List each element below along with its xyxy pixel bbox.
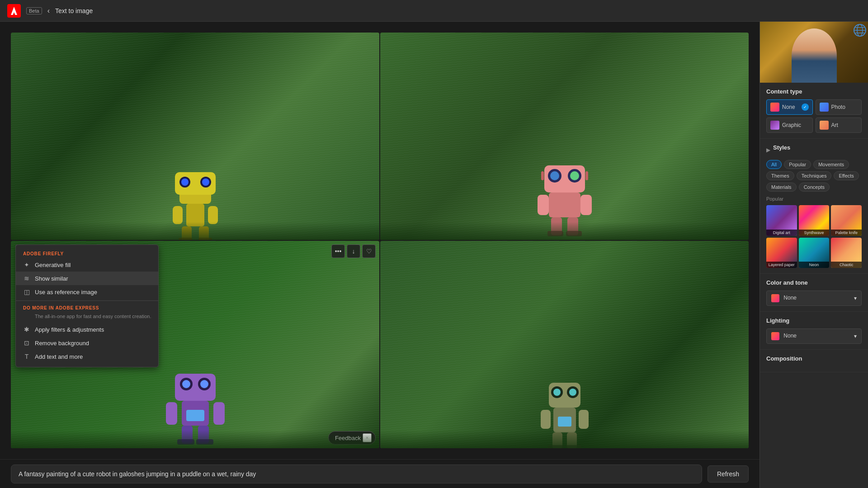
style-digital-art[interactable]: Digital art	[766, 205, 797, 236]
style-digital-art-label: Digital art	[766, 230, 797, 236]
check-badge: ✓	[802, 103, 809, 111]
adobe-logo	[7, 4, 21, 18]
content-type-title: Content type	[766, 88, 862, 95]
prompt-bar: Refresh	[0, 459, 760, 488]
svg-rect-9	[208, 206, 218, 224]
styles-header: ▶ Styles	[766, 144, 862, 155]
webcam-person	[792, 28, 837, 83]
color-tone-select[interactable]: None ▾	[766, 291, 862, 306]
svg-rect-23	[580, 195, 592, 215]
more-options-button[interactable]: •••	[331, 244, 345, 258]
lighting-icon	[771, 332, 779, 340]
svg-rect-49	[579, 410, 589, 429]
content-type-none[interactable]: None ✓	[766, 99, 813, 115]
svg-point-18	[570, 171, 579, 180]
content-type-photo-label: Photo	[831, 104, 845, 110]
photo-icon	[820, 103, 829, 112]
svg-point-32	[200, 380, 208, 388]
svg-rect-47	[558, 417, 571, 427]
use-reference-label: Use as reference image	[35, 289, 97, 296]
style-chaotic[interactable]: Chaotic	[831, 238, 862, 268]
main-layout: Edit ▾ ••• ↓ ♡ ADOBE FIREFLY ✦ Generativ…	[0, 22, 868, 488]
content-type-art-label: Art	[831, 122, 838, 128]
color-tone-section: Color and tone None ▾	[760, 274, 868, 312]
graphic-icon	[770, 121, 779, 130]
svg-point-43	[553, 389, 561, 396]
style-tag-themes[interactable]: Themes	[766, 171, 794, 180]
style-tag-movements[interactable]: Movements	[813, 160, 849, 169]
style-layered-paper[interactable]: Layered paper	[766, 238, 797, 268]
apply-filters-item[interactable]: ✱ Apply filters & adjustments	[16, 323, 158, 336]
style-palette-knife-label: Palette knife	[831, 230, 862, 236]
svg-point-4	[181, 178, 189, 186]
content-type-photo[interactable]: Photo	[816, 99, 862, 115]
composition-title: Composition	[766, 355, 862, 362]
svg-point-30	[182, 380, 190, 388]
popular-subsection-label: Popular	[766, 196, 862, 202]
svg-point-6	[202, 178, 209, 186]
refresh-button[interactable]: Refresh	[708, 465, 749, 483]
image-cell-2[interactable]	[380, 33, 749, 240]
generative-fill-item[interactable]: ✦ Generative fill	[16, 258, 158, 272]
content-type-art[interactable]: Art	[816, 117, 862, 133]
image-action-buttons: ••• ↓ ♡	[331, 244, 376, 258]
color-tone-value: None	[783, 295, 797, 301]
image-cell-3[interactable]: Edit ▾ ••• ↓ ♡ ADOBE FIREFLY ✦ Generativ…	[11, 241, 379, 448]
remove-bg-icon: ⊡	[23, 339, 30, 347]
image-cell-4[interactable]	[380, 241, 749, 448]
svg-rect-48	[541, 410, 551, 429]
style-synthwave[interactable]: Synthwave	[799, 205, 830, 236]
remove-bg-item[interactable]: ⊡ Remove background	[16, 336, 158, 350]
content-type-graphic-label: Graphic	[782, 122, 801, 128]
top-bar: Beta ‹ Text to image	[0, 0, 868, 22]
image-area: Edit ▾ ••• ↓ ♡ ADOBE FIREFLY ✦ Generativ…	[0, 22, 760, 488]
do-more-desc: The all-in-one app for fast and easy con…	[16, 312, 158, 323]
style-palette-knife[interactable]: Palette knife	[831, 205, 862, 236]
lighting-section: Lighting None ▾	[760, 312, 868, 350]
lighting-chevron-icon: ▾	[854, 333, 857, 339]
back-button[interactable]: ‹	[47, 7, 50, 15]
image-cell-1[interactable]	[11, 33, 379, 240]
art-icon	[820, 121, 829, 130]
remove-bg-label: Remove background	[35, 340, 89, 347]
style-tag-effects[interactable]: Effects	[834, 171, 859, 180]
style-neon-label: Neon	[799, 262, 830, 268]
color-tone-icon	[771, 294, 779, 302]
add-text-item[interactable]: T Add text and more	[16, 350, 158, 363]
style-tag-popular[interactable]: Popular	[784, 160, 811, 169]
svg-point-16	[550, 171, 559, 180]
download-button[interactable]: ↓	[347, 244, 360, 258]
generative-fill-icon: ✦	[23, 261, 30, 268]
composition-section: Composition	[760, 350, 868, 372]
color-tone-chevron-icon: ▾	[854, 295, 857, 301]
styles-expand-icon: ▶	[766, 147, 770, 153]
context-menu: ADOBE FIREFLY ✦ Generative fill ≋ Show s…	[15, 244, 159, 367]
lighting-select[interactable]: None ▾	[766, 328, 862, 344]
image-grid: Edit ▾ ••• ↓ ♡ ADOBE FIREFLY ✦ Generativ…	[0, 22, 760, 459]
color-tone-title: Color and tone	[766, 279, 862, 286]
content-type-section: Content type None ✓ Photo Graphic Ar	[760, 83, 868, 139]
prompt-input[interactable]	[11, 465, 702, 483]
content-type-graphic[interactable]: Graphic	[766, 117, 813, 133]
add-text-icon: T	[23, 353, 30, 360]
svg-rect-22	[538, 195, 549, 215]
style-tag-techniques[interactable]: Techniques	[797, 171, 832, 180]
add-text-label: Add text and more	[35, 353, 83, 360]
style-tag-all[interactable]: All	[766, 160, 782, 169]
right-panel: Content type None ✓ Photo Graphic Ar	[760, 22, 868, 488]
favorite-button[interactable]: ♡	[362, 244, 376, 258]
show-similar-icon: ≋	[23, 275, 30, 282]
beta-badge: Beta	[26, 7, 42, 14]
use-reference-item[interactable]: ◫ Use as reference image	[16, 285, 158, 299]
style-neon[interactable]: Neon	[799, 238, 830, 268]
style-tag-concepts[interactable]: Concepts	[799, 183, 830, 192]
svg-rect-8	[173, 206, 183, 224]
style-synthwave-label: Synthwave	[799, 230, 830, 236]
do-more-label: DO MORE IN ADOBE EXPRESS	[16, 303, 158, 312]
show-similar-item[interactable]: ≋ Show similar	[16, 272, 158, 285]
webcam-preview	[760, 22, 868, 83]
style-tag-materials[interactable]: Materials	[766, 183, 797, 192]
style-layered-paper-label: Layered paper	[766, 262, 797, 268]
apply-filters-label: Apply filters & adjustments	[35, 326, 104, 333]
generative-fill-label: Generative fill	[35, 262, 71, 268]
